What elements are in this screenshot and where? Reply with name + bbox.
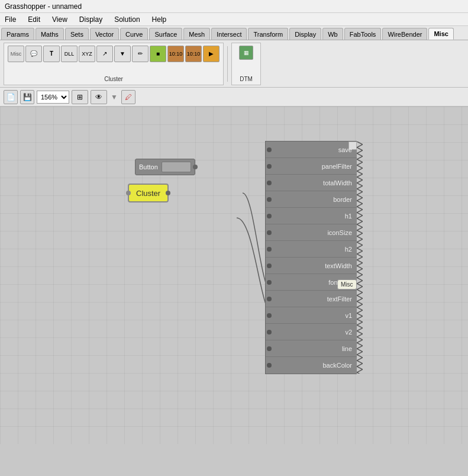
button-label: Button <box>139 163 158 171</box>
port-fontsize[interactable] <box>267 280 272 285</box>
cluster-component: Cluster <box>128 184 169 202</box>
button-output-port[interactable] <box>193 165 198 169</box>
tab-surface[interactable]: Surface <box>149 28 182 40</box>
menu-view[interactable]: View <box>50 14 70 25</box>
toolbar-dtm-section: ▦ DTM <box>231 43 261 85</box>
port-panelfilter[interactable] <box>267 164 272 169</box>
label-save: save <box>270 146 352 153</box>
toolbar-btn-down[interactable]: ▼ <box>114 46 131 62</box>
label-totalwidth: totalWidth <box>270 179 352 186</box>
tb2-pen[interactable]: 🖊 <box>121 90 135 104</box>
button-node[interactable]: Button <box>135 159 195 175</box>
misc-tooltip: Misc <box>337 279 357 290</box>
panel-row-backcolor: backColor <box>266 357 357 374</box>
toolbar-btn-xyz[interactable]: XYZ <box>79 46 95 62</box>
zoom-select[interactable]: 156% 100% 75% 50% <box>37 91 69 104</box>
port-totalwidth[interactable] <box>267 181 272 185</box>
misc-tooltip-text: Misc <box>341 281 353 288</box>
toolbar-btn-pencil[interactable]: ✏ <box>132 46 149 62</box>
button-component: Button <box>135 159 195 175</box>
tb2-eye[interactable]: 👁 <box>91 90 107 104</box>
toolbar2: 📄 💾 156% 100% 75% 50% ⊞ 👁 ▼ 🖊 <box>0 88 468 107</box>
port-v1[interactable] <box>267 313 272 318</box>
port-h1[interactable] <box>267 214 272 218</box>
window-title: Grasshopper - unnamed <box>5 2 82 11</box>
menu-help[interactable]: Help <box>150 14 169 25</box>
panel-row-totalwidth: totalWidth <box>266 175 357 191</box>
tb2-eye-arrow: ▼ <box>109 93 119 101</box>
cluster-output-port[interactable] <box>166 191 170 195</box>
tab-fabtools[interactable]: FabTools <box>344 28 382 40</box>
toolbar-dtm-icons: ▦ <box>239 46 253 60</box>
tab-display[interactable]: Display <box>289 28 321 40</box>
tab-intersect[interactable]: Intersect <box>211 28 247 40</box>
toolbar-btn-text[interactable]: T <box>43 46 60 62</box>
menu-display[interactable]: Display <box>77 14 105 25</box>
toolbar-btn-shape[interactable]: ▶ <box>203 46 220 62</box>
tab-sets[interactable]: Sets <box>65 28 89 40</box>
menu-bar: File Edit View Display Solution Help <box>0 13 468 26</box>
port-v2[interactable] <box>267 330 272 335</box>
port-border[interactable] <box>267 197 272 202</box>
dtm-label: DTM <box>240 76 253 82</box>
port-h2[interactable] <box>267 247 272 252</box>
label-backcolor: backColor <box>270 362 352 369</box>
toolbar-btn-misc[interactable]: Misc <box>8 46 24 62</box>
title-bar: Grasshopper - unnamed <box>0 0 468 13</box>
port-save[interactable] <box>267 147 272 152</box>
label-h1: h1 <box>270 213 352 220</box>
toolbar-divider <box>227 46 228 82</box>
tab-mesh[interactable]: Mesh <box>183 28 210 40</box>
toolbar-btn-green[interactable]: ■ <box>150 46 166 62</box>
menu-file[interactable]: File <box>2 14 18 25</box>
tab-wb[interactable]: Wb <box>322 28 343 40</box>
tb2-save[interactable]: 💾 <box>20 90 34 104</box>
label-v2: v2 <box>270 329 352 336</box>
label-panelfilter: panelFilter <box>270 163 352 170</box>
button-rect[interactable] <box>162 162 191 172</box>
toolbar-cluster-section: Misc 💬 T DLL XYZ ↗ ▼ ✏ ■ 10:10 10:10 ▶ C… <box>4 43 224 85</box>
label-textfilter: textFilter <box>270 295 352 303</box>
port-backcolor[interactable] <box>267 363 272 368</box>
panel-row-panelfilter: panelFilter <box>266 158 357 175</box>
cluster-node[interactable]: Cluster <box>128 184 169 202</box>
cluster-label: Cluster <box>104 76 123 82</box>
menu-edit[interactable]: Edit <box>25 14 43 25</box>
toolbar-btn-num1[interactable]: 10:10 <box>167 46 184 62</box>
toolbar-btn-dtm1[interactable]: ▦ <box>239 46 253 60</box>
port-textwidth[interactable] <box>267 263 272 268</box>
tb2-new[interactable]: 📄 <box>4 90 18 104</box>
tb2-fit[interactable]: ⊞ <box>72 90 88 104</box>
panel-row-border: border <box>266 191 357 208</box>
tab-params[interactable]: Params <box>1 28 34 40</box>
wire-canvas <box>0 107 468 444</box>
toolbar-btn-dll[interactable]: DLL <box>61 46 78 62</box>
tabs-bar: Params Maths Sets Vector Curve Surface M… <box>0 26 468 40</box>
panel-row-textfilter: textFilter <box>266 291 357 307</box>
tab-misc[interactable]: Misc <box>428 28 453 40</box>
cluster-input-port[interactable] <box>126 191 131 195</box>
label-v1: v1 <box>270 312 352 319</box>
tab-vector[interactable]: Vector <box>90 28 119 40</box>
label-line: line <box>270 345 352 352</box>
zigzag-border <box>357 141 363 374</box>
panel-row-h2: h2 <box>266 241 357 258</box>
panel-row-iconsize: iconSize <box>266 224 357 241</box>
tab-wirebender[interactable]: WireBender <box>382 28 427 40</box>
label-textwidth: textWidth <box>270 262 352 269</box>
tab-maths[interactable]: Maths <box>35 28 64 40</box>
canvas[interactable]: Button Cluster save panelFilter totalWid… <box>0 107 468 444</box>
panel-row-line: line <box>266 340 357 357</box>
port-textfilter[interactable] <box>267 297 272 301</box>
toolbar-btn-arrow[interactable]: ↗ <box>96 46 113 62</box>
menu-solution[interactable]: Solution <box>112 14 142 25</box>
output-panel: save panelFilter totalWidth border h1 ic… <box>265 141 357 374</box>
tab-transform[interactable]: Transform <box>248 28 288 40</box>
cluster-label-text: Cluster <box>136 189 160 198</box>
port-iconsize[interactable] <box>267 230 272 235</box>
panel-row-save: save <box>266 141 357 158</box>
toolbar-btn-speech[interactable]: 💬 <box>25 46 42 62</box>
tab-curve[interactable]: Curve <box>120 28 148 40</box>
toolbar-btn-num2[interactable]: 10:10 <box>185 46 202 62</box>
port-line[interactable] <box>267 346 272 351</box>
